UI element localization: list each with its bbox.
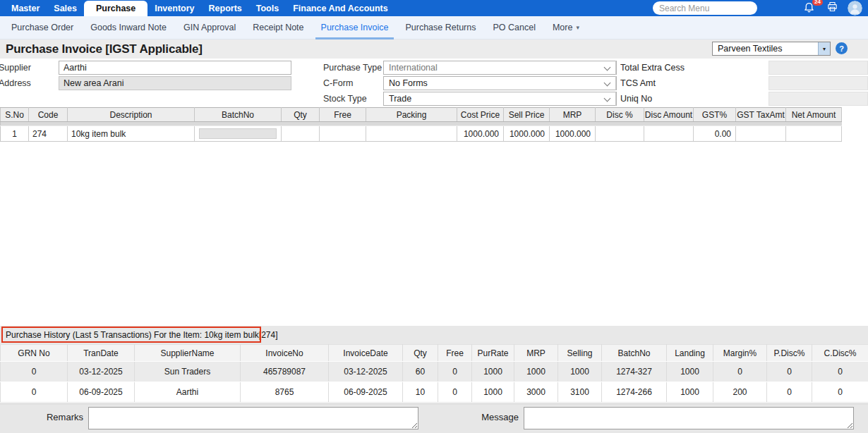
uniq-no-row: Uniq No xyxy=(615,92,868,106)
column-header: TranDate xyxy=(68,345,135,362)
column-header: SupplierName xyxy=(135,345,241,362)
notification-badge: 24 xyxy=(812,0,823,6)
cell: 1000 xyxy=(472,362,514,382)
subnav-receipt-note[interactable]: Receipt Note xyxy=(253,16,303,39)
cell: 1274-266 xyxy=(602,382,667,403)
cell: 0 xyxy=(812,382,868,403)
nav-tools[interactable]: Tools xyxy=(249,0,286,16)
disc-amount-cell[interactable] xyxy=(644,126,694,142)
cell: 0 xyxy=(767,362,812,382)
print-button[interactable] xyxy=(824,1,840,16)
cell: 200 xyxy=(713,382,767,403)
cell: 1000 xyxy=(667,382,713,403)
invoice-form: Supplier Aarthi Address New area Arani P… xyxy=(0,59,868,107)
disc-pct-cell[interactable] xyxy=(596,126,644,142)
net-amount-cell[interactable] xyxy=(786,126,842,142)
gst-pct-cell[interactable]: 0.00 xyxy=(694,126,736,142)
cell: 10 xyxy=(403,382,438,403)
remarks-textarea[interactable] xyxy=(88,407,418,429)
column-header: Free xyxy=(438,345,472,362)
cell: 1000 xyxy=(514,362,558,382)
cost-price-cell[interactable]: 1000.000 xyxy=(457,126,504,142)
column-header: InvoiceDate xyxy=(329,345,403,362)
column-header: P.Disc% xyxy=(767,345,812,362)
column-header: InvoiceNo xyxy=(241,345,329,362)
cform-label: C-Form xyxy=(323,78,353,88)
purchase-history-header: Purchase History (Last 5 Transactions) F… xyxy=(0,326,868,344)
subnav-more[interactable]: More ▾ xyxy=(553,16,579,39)
gst-taxamt-cell[interactable] xyxy=(736,126,786,142)
nav-inventory[interactable]: Inventory xyxy=(147,0,201,16)
column-header: Cost Price xyxy=(457,108,504,122)
user-avatar[interactable] xyxy=(848,1,862,16)
packing-cell[interactable] xyxy=(366,126,457,142)
company-dropdown-button[interactable]: ▾ xyxy=(818,42,830,55)
cell: 465789087 xyxy=(241,362,329,382)
nav-finance-accounts[interactable]: Finance And Accounts xyxy=(286,0,395,16)
subnav-purchase-order[interactable]: Purchase Order xyxy=(11,16,73,39)
nav-master[interactable]: Master xyxy=(4,0,47,16)
column-header: C.Disc% xyxy=(812,345,868,362)
cell: 3100 xyxy=(558,382,602,403)
column-header: Selling xyxy=(558,345,602,362)
nav-reports[interactable]: Reports xyxy=(202,0,249,16)
search-input[interactable] xyxy=(653,1,757,15)
tcs-amt-input[interactable] xyxy=(768,76,868,90)
caret-down-icon: ▾ xyxy=(823,46,826,52)
uniq-no-input[interactable] xyxy=(768,92,868,106)
tcs-amt-row: TCS Amt xyxy=(615,76,868,90)
nav-sales[interactable]: Sales xyxy=(47,0,84,16)
subnav-po-cancel[interactable]: PO Cancel xyxy=(493,16,536,39)
purchase-type-select[interactable]: International xyxy=(383,61,617,75)
code-cell[interactable]: 274 xyxy=(29,126,68,142)
items-row: 1 274 10kg item bulk 1000.000 1000.000 1… xyxy=(1,126,842,142)
company-select[interactable]: Parveen Textiles ▾ xyxy=(712,42,831,56)
footer-bar: Remarks Message xyxy=(0,403,868,433)
top-navbar: Master Sales Purchase Inventory Reports … xyxy=(0,0,868,16)
cell: 1000 xyxy=(558,362,602,382)
subnav-purchase-returns[interactable]: Purchase Returns xyxy=(405,16,476,39)
subnav-gin-approval[interactable]: GIN Approval xyxy=(183,16,236,39)
nav-purchase[interactable]: Purchase xyxy=(84,1,147,16)
column-header: Disc Amount xyxy=(644,108,694,122)
column-header: PurRate xyxy=(472,345,514,362)
chevron-down-icon: ▾ xyxy=(576,24,579,31)
sell-price-cell[interactable]: 1000.000 xyxy=(504,126,550,142)
mrp-cell[interactable]: 1000.000 xyxy=(550,126,596,142)
batchno-input[interactable] xyxy=(199,128,277,139)
total-extra-cess-row: Total Extra Cess xyxy=(615,61,868,75)
column-header: MRP xyxy=(550,108,596,122)
cell: 06-09-2025 xyxy=(329,382,403,403)
column-header: Description xyxy=(68,108,195,122)
cell: 0 xyxy=(767,382,812,403)
message-textarea[interactable] xyxy=(524,407,854,429)
subnav-purchase-invoice[interactable]: Purchase Invoice xyxy=(321,16,389,39)
subnav-goods-inward-note[interactable]: Goods Inward Note xyxy=(90,16,167,39)
free-cell[interactable] xyxy=(320,126,366,142)
column-header: S.No xyxy=(1,108,29,122)
supplier-label: Supplier xyxy=(0,63,31,73)
description-cell[interactable]: 10kg item bulk xyxy=(68,126,195,142)
purchase-history-table: GRN No TranDate SupplierName InvoiceNo I… xyxy=(0,344,868,403)
address-label: Address xyxy=(0,78,31,88)
cform-select[interactable]: No Forms xyxy=(383,76,617,90)
column-header: Free xyxy=(320,108,366,122)
company-select-value: Parveen Textiles xyxy=(713,42,818,55)
title-bar: Purchase Invoice [IGST Applicable] Parve… xyxy=(0,39,868,59)
cell: 8765 xyxy=(241,382,329,403)
cell: 06-09-2025 xyxy=(68,382,135,403)
purchase-type-label: Purchase Type xyxy=(323,63,382,73)
cell: 3000 xyxy=(514,382,558,403)
notification-bell-button[interactable]: 24 xyxy=(801,1,816,16)
column-header: GST TaxAmt xyxy=(736,108,786,122)
history-header-row: GRN No TranDate SupplierName InvoiceNo I… xyxy=(1,345,868,362)
help-button[interactable]: ? xyxy=(836,42,848,54)
cell: 0 xyxy=(1,382,68,403)
message-label: Message xyxy=(452,412,519,422)
total-extra-cess-input[interactable] xyxy=(768,61,868,75)
supplier-input[interactable]: Aarthi xyxy=(59,61,291,75)
qty-cell[interactable] xyxy=(282,126,320,142)
address-input[interactable]: New area Arani xyxy=(59,76,291,90)
column-header: Qty xyxy=(403,345,438,362)
stock-type-select[interactable]: Trade xyxy=(383,92,617,106)
